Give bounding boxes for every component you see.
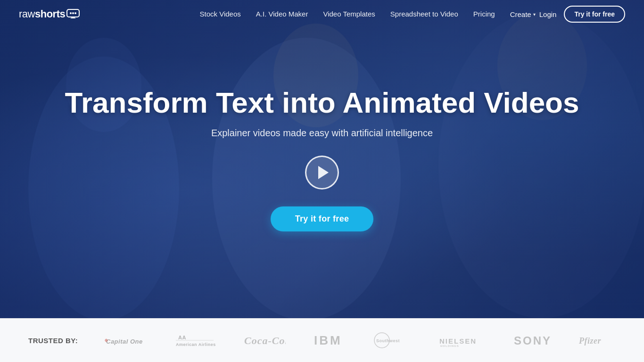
logo-text: rawshorts	[19, 8, 65, 20]
brand-sony: SONY	[513, 333, 551, 347]
svg-text:Southwest: Southwest	[376, 338, 400, 343]
hero-try-button[interactable]: Try it for free	[271, 206, 374, 231]
nav-pricing[interactable]: Pricing	[473, 10, 495, 18]
logo-icon	[66, 9, 80, 19]
brand-coca-cola: Coca-Cola	[243, 332, 286, 349]
svg-text:American Airlines: American Airlines	[176, 342, 216, 347]
navbar: rawshorts Stock Videos A.I. Video Maker …	[0, 0, 644, 28]
nav-create-dropdown[interactable]: Create ▾	[510, 10, 536, 18]
chevron-down-icon: ▾	[533, 12, 536, 17]
logo[interactable]: rawshorts	[19, 8, 80, 20]
svg-text:nielsen: nielsen	[439, 337, 477, 345]
svg-text:SONY: SONY	[514, 334, 551, 347]
brand-ibm: IBM	[313, 333, 346, 347]
trusted-bar: TRUSTED BY: Capital One AA American Airl…	[0, 318, 644, 362]
hero-section: Transform Text into Animated Videos Expl…	[0, 0, 644, 318]
brand-pfizer: Pfizer	[578, 333, 616, 347]
svg-point-3	[72, 12, 74, 14]
trusted-label: TRUSTED BY:	[28, 337, 85, 345]
svg-text:Pfizer: Pfizer	[578, 336, 601, 346]
hero-title: Transform Text into Animated Videos	[65, 87, 579, 119]
hero-content: Transform Text into Animated Videos Expl…	[56, 87, 589, 231]
svg-text:AA: AA	[178, 335, 186, 340]
hero-subtitle: Explainer videos made easy with artifici…	[65, 128, 579, 139]
svg-text:HOLDINGS: HOLDINGS	[440, 345, 459, 347]
brand-southwest: Southwest	[373, 332, 411, 349]
brand-capital-one: Capital One	[104, 333, 146, 347]
nav-stock-videos[interactable]: Stock Videos	[200, 10, 241, 18]
nav-login[interactable]: Login	[539, 10, 557, 18]
brand-logos-row: Capital One AA American Airlines Coca-Co…	[104, 331, 616, 350]
play-button[interactable]	[305, 156, 339, 189]
nav-links: Stock Videos A.I. Video Maker Video Temp…	[200, 10, 536, 18]
play-triangle-icon	[318, 166, 329, 179]
svg-point-4	[74, 12, 76, 14]
svg-point-2	[70, 12, 72, 14]
nav-video-templates[interactable]: Video Templates	[323, 10, 375, 18]
nav-try-button[interactable]: Try it for free	[564, 6, 625, 23]
svg-text:IBM: IBM	[314, 333, 342, 347]
svg-text:Capital One: Capital One	[106, 338, 143, 345]
brand-american-airlines: AA American Airlines	[173, 331, 216, 350]
nav-ai-video-maker[interactable]: A.I. Video Maker	[256, 10, 308, 18]
brand-nielsen: nielsen HOLDINGS	[438, 333, 486, 347]
svg-text:Coca-Cola: Coca-Cola	[244, 335, 286, 346]
nav-spreadsheet-to-video[interactable]: Spreadsheet to Video	[390, 10, 458, 18]
play-button-wrap	[65, 156, 579, 189]
